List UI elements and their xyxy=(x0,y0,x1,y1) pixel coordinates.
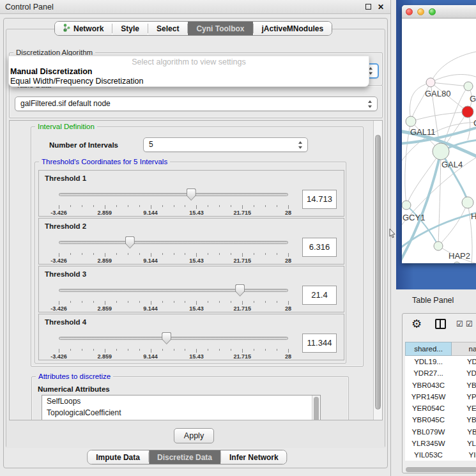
list-item-selfloops[interactable]: SelfLoops xyxy=(42,395,320,407)
table-row[interactable]: YDR27...YDR27 xyxy=(405,367,476,379)
slider-tick xyxy=(82,349,82,351)
network-window-titlebar[interactable] xyxy=(402,5,476,19)
network-node-gal80[interactable] xyxy=(426,78,435,87)
network-node[interactable] xyxy=(453,262,461,263)
table-cell[interactable]: YBR04 xyxy=(452,414,476,426)
table-cell[interactable]: YDR27... xyxy=(405,367,452,379)
threshold-slider[interactable]: -3.4262.8599.14415.4321.71528 xyxy=(59,236,288,263)
column-header-name[interactable]: name xyxy=(452,342,476,356)
table-cell[interactable]: YBR04 xyxy=(452,380,476,391)
node-label: C xyxy=(473,118,476,128)
split-columns-icon[interactable] xyxy=(435,319,446,329)
slider-thumb[interactable] xyxy=(125,236,135,249)
close-traffic-light-icon[interactable] xyxy=(406,8,413,15)
table-cell[interactable]: YBL07 xyxy=(452,426,476,438)
table-row[interactable]: YDL19...YDL19 xyxy=(405,356,476,367)
threshold-value-field[interactable]: 6.316 xyxy=(302,238,337,257)
table-row[interactable]: YPR145WYPR14 xyxy=(405,391,476,403)
settings-vertical-scrollbar[interactable] xyxy=(373,121,382,420)
table-data-combobox[interactable]: galFiltered.sif default node xyxy=(15,96,378,111)
threshold-slider[interactable]: -3.4262.8599.14415.4321.71528 xyxy=(59,332,288,359)
network-canvas[interactable]: GAL80GCGAL11GAL4GCY1HHAP2 xyxy=(402,19,476,263)
column-header-shared-[interactable]: shared... xyxy=(405,342,452,356)
mouse-cursor xyxy=(389,229,396,242)
slider-thumb[interactable] xyxy=(187,188,196,201)
table-row[interactable]: YBR043CYBR04 xyxy=(405,380,476,391)
slider-track[interactable] xyxy=(59,241,288,244)
threshold-value-field[interactable]: 14.713 xyxy=(302,190,337,209)
algorithm-option-manual-discretization[interactable]: Manual Discretization xyxy=(10,67,93,76)
table-cell[interactable]: YLR345W xyxy=(405,438,452,449)
table-row[interactable]: YLR345WYLR34 xyxy=(405,438,476,449)
slider-track[interactable] xyxy=(59,337,288,340)
threshold-slider[interactable]: -3.4262.8599.14415.4321.71528 xyxy=(59,284,288,311)
network-view-window[interactable]: GAL80GCGAL11GAL4GCY1HHAP2 xyxy=(402,5,476,263)
network-node-h[interactable] xyxy=(462,197,473,208)
scrollbar-thumb[interactable] xyxy=(375,135,381,410)
float-window-icon[interactable] xyxy=(364,3,372,12)
threshold-value-field[interactable]: 11.344 xyxy=(302,334,337,353)
table-row[interactable]: YER054CYER05 xyxy=(405,403,476,414)
number-of-intervals-combobox[interactable]: 5 xyxy=(143,137,308,152)
table-cell[interactable]: YLR34 xyxy=(452,438,476,449)
network-node-gcy1[interactable] xyxy=(402,201,411,210)
table-cell[interactable]: YER05 xyxy=(452,403,476,414)
close-icon[interactable]: ✕ xyxy=(376,3,385,12)
table-row[interactable]: YBR045CYBR04 xyxy=(405,414,476,426)
gear-icon[interactable]: ⚙ xyxy=(411,317,422,331)
checkbox-icon[interactable]: ☑ xyxy=(466,319,473,328)
table-cell[interactable]: YIL05 xyxy=(452,449,476,461)
slider-track[interactable] xyxy=(59,193,288,196)
checkbox-icon[interactable]: ☑ xyxy=(456,319,463,328)
numerical-attributes-list[interactable]: SelfLoopsTopologicalCoefficientBetweenne… xyxy=(42,395,321,420)
table-cell[interactable]: YBL079W xyxy=(405,426,452,438)
table-data-selected-value: galFiltered.sif default node xyxy=(20,99,111,108)
tab-select[interactable]: Select xyxy=(148,22,187,35)
table-cell[interactable]: YBR043C xyxy=(405,380,452,391)
tab-impute-data[interactable]: Impute Data xyxy=(88,450,148,464)
scrollbar-thumb[interactable] xyxy=(406,467,476,472)
table-cell[interactable]: YDR27 xyxy=(452,367,476,379)
list-item-topologicalcoefficient[interactable]: TopologicalCoefficient xyxy=(42,407,320,418)
table-cell[interactable]: YPR145W xyxy=(405,391,452,403)
slider-tick xyxy=(277,349,277,351)
tab-network[interactable]: Network xyxy=(55,22,112,35)
network-node-gal4[interactable] xyxy=(433,143,449,160)
slider-tick xyxy=(242,349,243,353)
slider-tick xyxy=(59,205,59,209)
node-label: HAP2 xyxy=(449,251,470,261)
table-cell[interactable]: YBR045C xyxy=(405,414,452,426)
table-cell[interactable]: YIL053C xyxy=(405,449,452,461)
network-node-hap2[interactable] xyxy=(434,242,443,250)
network-node-c[interactable] xyxy=(462,106,473,118)
table-cell[interactable]: YPR14 xyxy=(452,391,476,403)
threshold-label: Threshold 1 xyxy=(45,174,86,182)
tab-style[interactable]: Style xyxy=(112,22,148,35)
table-horizontal-scrollbar[interactable] xyxy=(405,466,476,473)
table-cell[interactable]: YDL19... xyxy=(405,356,452,367)
threshold-slider[interactable]: -3.4262.8599.14415.4321.71528 xyxy=(59,188,288,215)
table-row[interactable]: YBL079WYBL07 xyxy=(405,426,476,438)
apply-button[interactable]: Apply xyxy=(174,428,214,443)
slider-tick xyxy=(288,253,289,257)
list-scrollbar[interactable] xyxy=(312,395,320,420)
network-node-gal11[interactable] xyxy=(406,116,416,127)
table-cell[interactable]: YDL19 xyxy=(452,356,476,367)
slider-thumb[interactable] xyxy=(235,284,245,296)
table-cell[interactable]: YER054C xyxy=(405,403,452,414)
tab-label: Network xyxy=(73,24,104,33)
algorithm-option-equal-width-frequency-discretization[interactable]: Equal Width/Frequency Discretization xyxy=(10,77,143,86)
algorithm-dropdown-popup: Select algorithm to view settings Manual… xyxy=(8,56,369,87)
tab-jactivemnodules[interactable]: jActiveMNodules xyxy=(254,22,332,35)
table-row[interactable]: YIL053CYIL05 xyxy=(405,449,476,461)
slider-track[interactable] xyxy=(59,289,288,292)
network-node-g[interactable] xyxy=(464,82,473,91)
minimize-traffic-light-icon[interactable] xyxy=(417,8,424,15)
tab-infer-network[interactable]: Infer Network xyxy=(221,450,287,464)
slider-thumb[interactable] xyxy=(162,332,171,344)
tab-discretize-data[interactable]: Discretize Data xyxy=(149,450,220,464)
threshold-value-field[interactable]: 21.4 xyxy=(302,286,337,305)
zoom-traffic-light-icon[interactable] xyxy=(429,8,436,15)
tab-cyni-toolbox[interactable]: Cyni Toolbox xyxy=(188,22,252,35)
slider-tick xyxy=(185,301,185,303)
